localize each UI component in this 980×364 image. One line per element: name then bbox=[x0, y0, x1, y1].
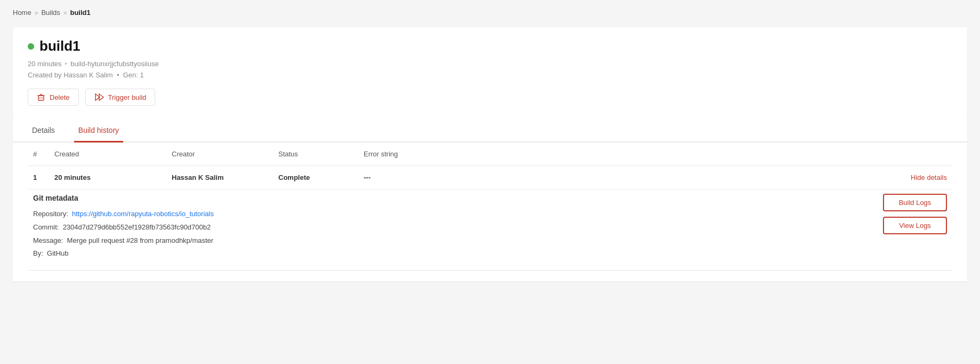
build-id: build-hytunxrjjcfubsttyosiiuse bbox=[70, 60, 158, 68]
breadcrumb-home[interactable]: Home bbox=[13, 9, 31, 17]
col-header-created: Created bbox=[49, 143, 166, 166]
row-actions: Hide details bbox=[465, 166, 952, 189]
message-label: Message: bbox=[33, 236, 63, 244]
row-num: 1 bbox=[28, 166, 49, 189]
header-card: build1 20 minutes • build-hytunxrjjcfubs… bbox=[13, 27, 967, 118]
build-title-row: build1 bbox=[28, 38, 952, 54]
commit-hash: 2304d7d279d6bb552ef1928fb73563fc90d700b2 bbox=[63, 223, 211, 231]
by-label: By: bbox=[33, 249, 43, 257]
git-message-line: Message: Merge pull request #28 from pra… bbox=[33, 235, 214, 247]
page-container: Home » Builds » build1 build1 20 minutes… bbox=[0, 0, 980, 364]
commit-label: Commit: bbox=[33, 223, 59, 231]
repo-label: Repository: bbox=[33, 210, 68, 218]
delete-label: Delete bbox=[50, 93, 70, 101]
trigger-build-label: Trigger build bbox=[108, 93, 147, 101]
delete-button[interactable]: Delete bbox=[28, 89, 79, 106]
table-row: 1 20 minutes Hassan K Salim Complete ---… bbox=[28, 166, 952, 189]
breadcrumb: Home » Builds » build1 bbox=[13, 9, 967, 17]
table-header-row: # Created Creator Status Error string bbox=[28, 143, 952, 166]
detail-cell: Git metadata Repository: https://github.… bbox=[28, 189, 952, 271]
build-age: 20 minutes bbox=[28, 60, 62, 68]
status-indicator bbox=[28, 43, 34, 50]
build-title: build1 bbox=[39, 38, 81, 54]
build-logs-button[interactable]: Build Logs bbox=[883, 194, 947, 211]
tabs-bar: Details Build history bbox=[13, 118, 967, 143]
build-history-table: # Created Creator Status Error string 1 … bbox=[28, 143, 952, 271]
hide-details-link[interactable]: Hide details bbox=[911, 173, 947, 181]
build-meta-line2: Created by Hassan K Salim • Gen: 1 bbox=[28, 71, 952, 79]
tab-build-history[interactable]: Build history bbox=[74, 118, 123, 143]
detail-row: Git metadata Repository: https://github.… bbox=[28, 189, 952, 271]
trigger-build-button[interactable]: Trigger build bbox=[85, 89, 156, 106]
col-header-status: Status bbox=[273, 143, 358, 166]
build-created-by: Created by Hassan K Salim bbox=[28, 71, 113, 79]
by-value: GitHub bbox=[47, 249, 68, 257]
col-header-num: # bbox=[28, 143, 49, 166]
detail-content: Git metadata Repository: https://github.… bbox=[33, 189, 947, 262]
tab-details[interactable]: Details bbox=[28, 118, 59, 143]
row-creator: Hassan K Salim bbox=[166, 166, 273, 189]
view-logs-button[interactable]: View Logs bbox=[883, 217, 947, 234]
detail-buttons: Build Logs View Logs bbox=[872, 194, 947, 234]
git-metadata-section: Git metadata Repository: https://github.… bbox=[33, 194, 214, 262]
breadcrumb-sep-2: » bbox=[63, 9, 67, 17]
git-repo-line: Repository: https://github.com/rapyuta-r… bbox=[33, 209, 214, 220]
tabs-section: Details Build history # Created Creator … bbox=[13, 118, 967, 281]
row-created: 20 minutes bbox=[49, 166, 166, 189]
action-buttons: Delete Trigger build bbox=[28, 89, 952, 106]
row-status: Complete bbox=[273, 166, 358, 189]
message-text: Merge pull request #28 from pramodhkp/ma… bbox=[67, 236, 214, 244]
git-commit-line: Commit: 2304d7d279d6bb552ef1928fb73563fc… bbox=[33, 222, 214, 233]
svg-rect-0 bbox=[38, 96, 44, 100]
col-header-error: Error string bbox=[358, 143, 465, 166]
repo-url[interactable]: https://github.com/rapyuta-robotics/io_t… bbox=[72, 210, 214, 218]
build-gen: Gen: 1 bbox=[123, 71, 144, 79]
breadcrumb-sep-1: » bbox=[35, 9, 38, 17]
git-by-line: By: GitHub bbox=[33, 248, 214, 259]
git-metadata-title: Git metadata bbox=[33, 194, 214, 202]
delete-icon bbox=[37, 93, 45, 101]
col-header-creator: Creator bbox=[166, 143, 273, 166]
trigger-icon bbox=[94, 93, 104, 101]
breadcrumb-current: build1 bbox=[70, 9, 90, 17]
breadcrumb-builds[interactable]: Builds bbox=[41, 9, 60, 17]
row-error: --- bbox=[358, 166, 465, 189]
table-container: # Created Creator Status Error string 1 … bbox=[13, 143, 967, 281]
col-header-actions bbox=[465, 143, 952, 166]
build-meta-line1: 20 minutes • build-hytunxrjjcfubsttyosii… bbox=[28, 60, 952, 68]
